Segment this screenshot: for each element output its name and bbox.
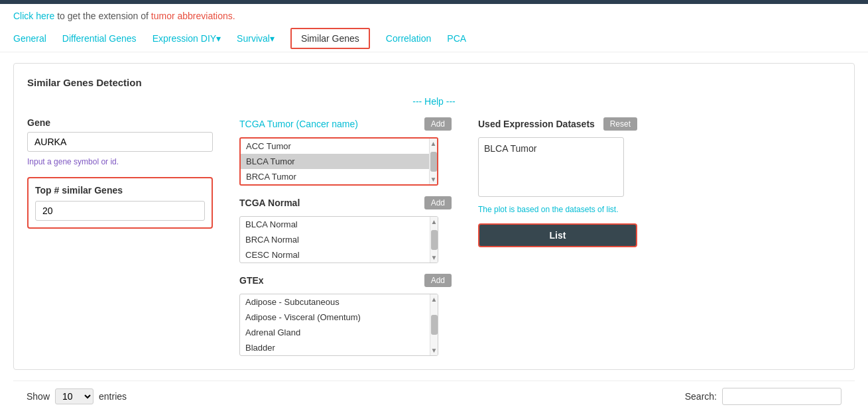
gtex-listbox[interactable]: Adipose - Subcutaneous Adipose - Viscera… xyxy=(239,294,438,356)
scroll-down-arrow[interactable]: ▼ xyxy=(430,176,437,183)
tcga-normal-item-cesc[interactable]: CESC Normal xyxy=(240,247,430,263)
scroll-up-arrow3[interactable]: ▲ xyxy=(431,296,438,303)
show-label: Show xyxy=(27,391,50,402)
entries-select[interactable]: 10 25 50 100 xyxy=(55,388,93,404)
gtex-item-adrenal[interactable]: Adrenal Gland xyxy=(240,325,430,340)
tumor-abbrev-text: tumor abbreviations. xyxy=(151,11,235,21)
help-text: --- Help --- xyxy=(27,96,841,107)
nav-differential-genes[interactable]: Differential Genes xyxy=(62,28,137,49)
list-button[interactable]: List xyxy=(478,223,637,247)
tcga-tumor-item-acc[interactable]: ACC Tumor xyxy=(241,139,429,154)
top-similar-label: Top # similar Genes xyxy=(35,185,205,196)
gtex-header: GTEx Add xyxy=(239,274,452,287)
tcga-tumor-list-inner: ACC Tumor BLCA Tumor BRCA Tumor xyxy=(241,139,429,184)
tcga-tumor-title: TCGA Tumor (Cancer name) xyxy=(239,119,358,129)
datasets-header: Used Expression Datasets Reset xyxy=(478,117,637,131)
search-area: Search: xyxy=(685,388,841,405)
scroll-down-arrow3[interactable]: ▼ xyxy=(431,347,438,354)
gtex-item-adipose-vis[interactable]: Adipose - Visceral (Omentum) xyxy=(240,310,430,325)
gene-column: Gene Input a gene symbol or id. Top # si… xyxy=(27,117,213,229)
click-here-link[interactable]: Click here xyxy=(13,11,54,21)
tcga-normal-scrollbar[interactable]: ▲ ▼ xyxy=(430,217,438,263)
scroll-down-arrow2[interactable]: ▼ xyxy=(431,254,438,261)
panel-title: Similar Genes Detection xyxy=(27,77,841,88)
gtex-scrollbar[interactable]: ▲ ▼ xyxy=(430,294,438,355)
nav-similar-genes[interactable]: Similar Genes xyxy=(290,28,370,49)
gtex-add-button[interactable]: Add xyxy=(424,274,452,287)
cancer-name-label: (Cancer name) xyxy=(296,119,358,129)
gene-label: Gene xyxy=(27,117,213,128)
tcga-tumor-header: TCGA Tumor (Cancer name) Add xyxy=(239,117,452,131)
plot-hint: The plot is based on the datasets of lis… xyxy=(478,205,637,214)
tcga-tumor-item-blca[interactable]: BLCA Tumor xyxy=(241,154,429,169)
tcga-normal-add-button[interactable]: Add xyxy=(424,196,452,209)
search-label: Search: xyxy=(685,391,717,402)
nav-correlation[interactable]: Correlation xyxy=(386,28,431,49)
gene-hint: Input a gene symbol or id. xyxy=(27,157,213,166)
gtex-title: GTEx xyxy=(239,275,264,286)
tcga-tumor-item-brca[interactable]: BRCA Tumor xyxy=(241,169,429,184)
tcga-normal-list-inner: BLCA Normal BRCA Normal CESC Normal xyxy=(240,217,430,263)
scroll-up-arrow[interactable]: ▲ xyxy=(430,140,437,147)
tcga-normal-listbox[interactable]: BLCA Normal BRCA Normal CESC Normal ▲ ▼ xyxy=(239,216,438,263)
tcga-normal-item-brca[interactable]: BRCA Normal xyxy=(240,232,430,247)
show-entries: Show 10 25 50 100 entries xyxy=(27,388,127,404)
bottom-section: Show 10 25 50 100 entries Search: xyxy=(13,381,855,411)
gtex-item-adipose-sub[interactable]: Adipose - Subcutaneous xyxy=(240,294,430,310)
gene-input[interactable] xyxy=(27,132,213,152)
similar-genes-panel: Similar Genes Detection --- Help --- Gen… xyxy=(13,63,855,370)
scroll-thumb2[interactable] xyxy=(431,230,438,250)
search-input[interactable] xyxy=(722,388,841,405)
nav-expression-diy[interactable]: Expression DIY▾ xyxy=(153,28,221,49)
nav-general[interactable]: General xyxy=(13,28,46,49)
scroll-thumb[interactable] xyxy=(430,152,437,172)
search-row: Show 10 25 50 100 entries Search: xyxy=(27,388,841,405)
gtex-item-bladder[interactable]: Bladder xyxy=(240,340,430,355)
header-notice: Click here to get the extension of tumor… xyxy=(0,4,868,28)
tcga-tumor-listbox[interactable]: ACC Tumor BLCA Tumor BRCA Tumor ▲ ▼ xyxy=(239,137,438,186)
nav-survival[interactable]: Survival▾ xyxy=(237,28,275,49)
datasets-column: Used Expression Datasets Reset BLCA Tumo… xyxy=(478,117,637,247)
notice-middle: to get the extension of xyxy=(57,11,151,21)
datasets-title: Used Expression Datasets xyxy=(478,119,595,129)
reset-button[interactable]: Reset xyxy=(603,117,637,131)
entries-label: entries xyxy=(99,391,127,402)
nav-bar: General Differential Genes Expression DI… xyxy=(0,28,868,52)
scroll-up-arrow2[interactable]: ▲ xyxy=(431,218,438,225)
scroll-thumb3[interactable] xyxy=(431,315,438,335)
tcga-column: TCGA Tumor (Cancer name) Add ACC Tumor B… xyxy=(239,117,452,356)
gtex-list-inner: Adipose - Subcutaneous Adipose - Viscera… xyxy=(240,294,430,355)
top-similar-input[interactable] xyxy=(35,201,205,221)
dataset-box: BLCA Tumor xyxy=(478,137,624,197)
top-similar-box: Top # similar Genes xyxy=(27,177,213,229)
tcga-normal-item-blca[interactable]: BLCA Normal xyxy=(240,217,430,232)
tcga-normal-header: TCGA Normal Add xyxy=(239,196,452,209)
tcga-tumor-scrollbar[interactable]: ▲ ▼ xyxy=(429,139,437,184)
tcga-normal-title: TCGA Normal xyxy=(239,198,300,208)
main-content: Similar Genes Detection --- Help --- Gen… xyxy=(0,52,868,411)
dataset-value: BLCA Tumor xyxy=(484,143,536,154)
form-layout: Gene Input a gene symbol or id. Top # si… xyxy=(27,117,841,356)
nav-pca[interactable]: PCA xyxy=(447,28,466,49)
tcga-tumor-add-button[interactable]: Add xyxy=(424,117,452,131)
